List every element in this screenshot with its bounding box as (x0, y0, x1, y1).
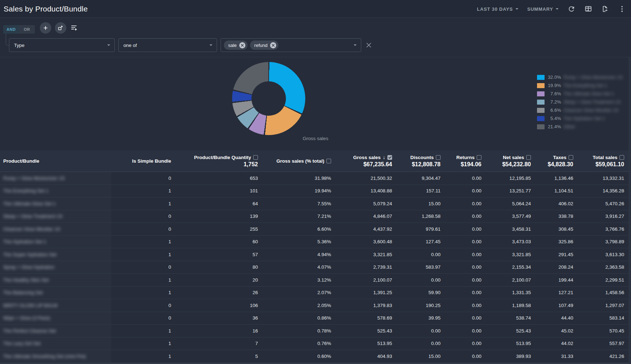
product-cell: The Hydration Set 1 (0, 236, 111, 248)
value-cell: 4,846.07 (334, 210, 395, 223)
add-filter-button[interactable] (40, 22, 51, 34)
value-cell: 325.86 (534, 236, 576, 248)
refresh-icon[interactable] (568, 5, 575, 13)
value-cell: 7 (174, 337, 261, 350)
add-condition-button[interactable] (70, 24, 78, 32)
table-row[interactable]: The Hydration Set 11605.36%3,600.48127.4… (0, 236, 631, 249)
more-icon[interactable] (618, 5, 626, 13)
column-header[interactable]: Returns$194.06 (443, 150, 484, 172)
column-checkbox[interactable] (620, 155, 624, 160)
filter-values-box[interactable]: salerefund (221, 38, 361, 52)
table-row[interactable]: Sleep + Glow Treatment 1S01397.21%4,846.… (0, 210, 631, 223)
table-row[interactable]: The Balancing Set1262.07%1,391.2559.900.… (0, 287, 631, 300)
legend-item[interactable]: 5.4%The Hydration Set 1 (537, 114, 623, 123)
table-row[interactable]: MINTY GLOW LIP BALM01062.05%1,379.83190.… (0, 299, 631, 312)
filter-field-select[interactable]: Type (9, 38, 115, 52)
column-checkbox[interactable] (477, 155, 481, 160)
value-cell: 80 (174, 261, 261, 274)
column-label: Gross sales (353, 155, 381, 160)
remove-value-icon[interactable] (239, 42, 245, 48)
value-cell: 20 (174, 274, 261, 286)
legend-item[interactable]: 21.4%Other (537, 123, 623, 131)
filter-value-chip[interactable]: sale (224, 40, 248, 50)
filter-operator-select[interactable]: one of (118, 38, 217, 52)
export-icon[interactable] (601, 5, 609, 13)
value-cell: 5,064.24 (484, 197, 534, 210)
column-checkbox[interactable] (526, 155, 531, 160)
legend-item[interactable]: 7.2%Sleep + Glow Treatment 1S (537, 98, 623, 106)
page-title: Sales by Product/Bundle (4, 5, 88, 13)
legend-percent: 5.4% (545, 116, 561, 121)
table-row[interactable]: The Super Hydration Set1574.94%3,321.850… (0, 248, 631, 261)
value-cell: 3,613.30 (576, 248, 627, 261)
value-cell: 0.00 (443, 299, 484, 312)
filter-value-chip[interactable]: refund (250, 40, 278, 50)
column-checkbox[interactable] (387, 155, 392, 160)
value-cell: 0.00 (443, 350, 484, 363)
legend-label: The Ultimate Glow Set 1 (564, 91, 614, 96)
column-checkbox[interactable] (436, 155, 441, 160)
legend-label: Sleep + Glow Treatment 1S (564, 99, 621, 105)
column-header-labels: Product/Bundle (3, 158, 39, 164)
value-cell: 0.00 (443, 274, 484, 286)
add-group-button[interactable] (55, 22, 66, 34)
legend-item[interactable]: 32.0%Pump + Glow Moisturizer 1S (537, 73, 623, 81)
value-cell: 31.98% (261, 172, 334, 185)
column-checkbox[interactable] (253, 155, 258, 160)
value-cell: 3,321.85 (484, 248, 534, 261)
table-row[interactable]: Wipe + Glow (3 Pack)0360.86%578.6939.950… (0, 312, 631, 325)
column-header[interactable]: Is Simple Bundle (111, 150, 174, 172)
legend-percent: 21.4% (545, 124, 561, 129)
legend-item[interactable]: 19.9%The Everything Set 1 (537, 81, 623, 90)
date-range-button[interactable]: LAST 30 DAYS (477, 6, 518, 12)
legend-item[interactable]: 7.6%The Ultimate Glow Set 1 (537, 90, 623, 98)
value-cell: 59.90 (395, 287, 443, 299)
table-row[interactable]: The Healthy Skin Set1203.12%2,100.070.00… (0, 274, 631, 287)
logic-or-button[interactable]: OR (19, 25, 35, 34)
value-cell: 525.43 (334, 325, 395, 337)
column-label: Returns (456, 155, 475, 160)
column-header[interactable]: Gross sales↓$67,235.64 (334, 150, 395, 172)
product-name: Sleep + Glow Treatment 1S (3, 214, 62, 219)
column-header[interactable]: Gross sales (% total) (261, 150, 334, 172)
value-cell: 57 (174, 248, 261, 261)
column-checkbox[interactable] (326, 159, 331, 163)
column-header[interactable]: Taxes$4,828.30 (534, 150, 576, 172)
table-row[interactable]: Spray + Glow Hydration0804.07%2,739.3158… (0, 261, 631, 274)
value-cell: 26 (174, 287, 261, 299)
column-header[interactable]: Product/Bundle Quantity1,752 (174, 150, 261, 172)
legend-label: Pump + Glow Moisturizer 1S (564, 75, 623, 80)
table-row[interactable]: Pump + Glow Moisturizer 1S065331.98%21,5… (0, 172, 631, 185)
scrollbar[interactable] (629, 57, 631, 364)
table-icon[interactable] (584, 5, 592, 13)
legend-item[interactable]: 6.6%Cleanser Glow Micellar 1S (537, 106, 623, 114)
table-row[interactable]: The Lazy Girl Set170.76%513.950.000.0051… (0, 337, 631, 350)
value-cell: 1,268.58 (395, 210, 443, 223)
value-cell: 3,766.76 (576, 223, 627, 235)
value-cell: 101 (174, 185, 261, 197)
remove-filter-button[interactable] (364, 41, 373, 49)
column-label: Product/Bundle Quantity (194, 155, 251, 160)
value-cell: 1 (111, 274, 174, 286)
table-row[interactable]: The Perfect Cleanse Set1160.78%525.430.0… (0, 325, 631, 337)
table-row[interactable]: The Everything Set 1110119.94%13,408.881… (0, 185, 631, 198)
column-header[interactable]: Net sales$54,232.80 (484, 150, 534, 172)
logic-toggle[interactable]: AND OR (3, 25, 35, 34)
sort-desc-icon[interactable]: ↓ (383, 154, 385, 160)
view-mode-button[interactable]: SUMMARY (527, 6, 559, 12)
table-row[interactable]: The Ultimate Glow Set 11647.55%5,079.241… (0, 197, 631, 210)
column-header[interactable]: Total sales$59,061.10 (576, 150, 627, 172)
column-header[interactable]: Discounts$12,808.78 (395, 150, 443, 172)
column-label: Product/Bundle (3, 158, 39, 164)
logic-and-button[interactable]: AND (3, 25, 19, 34)
remove-value-icon[interactable] (270, 42, 276, 48)
chart-legend: 32.0%Pump + Glow Moisturizer 1S19.9%The … (537, 73, 623, 131)
app-window: Sales by Product/Bundle LAST 30 DAYS SUM… (0, 0, 631, 364)
column-header[interactable]: Product/Bundle (0, 150, 111, 172)
donut-hole (251, 81, 286, 116)
table-row[interactable]: Cleanser Glow Micellar 1S02556.60%4,437.… (0, 223, 631, 236)
table-row[interactable]: The Ultimate Smoothing Set (mini Pot)150… (0, 350, 631, 363)
legend-swatch-icon (537, 108, 545, 113)
column-checkbox[interactable] (569, 155, 573, 160)
value-cell: 1,297.07 (576, 299, 627, 312)
